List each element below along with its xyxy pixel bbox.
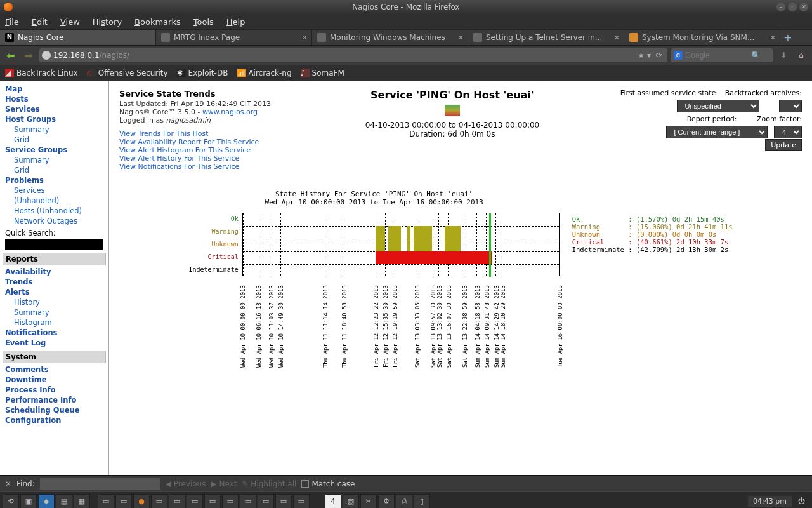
taskbar-window[interactable]: ▭ bbox=[258, 494, 274, 509]
sidebar-link[interactable]: Alerts bbox=[5, 287, 103, 297]
nagios-org-link[interactable]: www.nagios.org bbox=[202, 108, 258, 116]
sidebar-link[interactable]: Notifications bbox=[5, 328, 103, 338]
match-case-checkbox[interactable]: Match case bbox=[301, 479, 355, 488]
close-icon[interactable]: ✕ bbox=[770, 34, 776, 42]
report-link[interactable]: View Notifications For This Service bbox=[119, 163, 284, 171]
taskbar-tray-icon[interactable]: ⎙ bbox=[396, 494, 412, 509]
back-button[interactable]: ⬅ bbox=[4, 48, 18, 62]
sidebar-link[interactable]: Comments bbox=[5, 364, 103, 375]
update-button[interactable]: Update bbox=[765, 139, 802, 151]
sidebar-link[interactable]: Services bbox=[5, 104, 103, 114]
taskbar-window[interactable]: ▭ bbox=[293, 494, 310, 509]
sidebar-link[interactable]: Summary bbox=[5, 124, 103, 135]
menu-file[interactable]: File bbox=[5, 17, 19, 27]
search-bar[interactable]: g 🔍 bbox=[671, 48, 773, 62]
sidebar-link[interactable]: Map bbox=[5, 84, 103, 94]
taskbar-window[interactable]: ▭ bbox=[98, 494, 114, 509]
close-icon[interactable]: ✕ bbox=[458, 34, 464, 42]
dropdown-icon[interactable]: ▾ bbox=[647, 51, 651, 60]
bookmark-aircrack[interactable]: 📶Aircrack-ng bbox=[237, 69, 291, 77]
taskbar-app-icon[interactable]: ▦ bbox=[74, 494, 90, 509]
taskbar-tray-icon[interactable]: ▯ bbox=[414, 494, 430, 509]
tab-monitoring-windows[interactable]: Monitoring Windows Machines✕ bbox=[312, 30, 468, 45]
sidebar-link[interactable]: Hosts (Unhandled) bbox=[5, 206, 103, 216]
sidebar-link[interactable]: Service Groups bbox=[5, 145, 103, 155]
close-icon[interactable]: ✕ bbox=[302, 34, 308, 42]
reload-icon[interactable]: ⟳ bbox=[656, 51, 662, 60]
menu-help[interactable]: Help bbox=[226, 17, 246, 27]
taskbar-tray-icon[interactable]: ⏻ bbox=[793, 494, 809, 509]
taskbar-tray-icon[interactable]: ✂ bbox=[360, 494, 377, 509]
site-identity-icon[interactable] bbox=[42, 51, 51, 60]
sidebar-link[interactable]: Services bbox=[5, 185, 103, 196]
menu-bookmarks[interactable]: Bookmarks bbox=[134, 17, 181, 27]
assumed-state-select[interactable]: Unspecified bbox=[677, 100, 759, 112]
close-window-button[interactable]: ✕ bbox=[799, 3, 808, 11]
bookmark-star-icon[interactable]: ★ bbox=[638, 51, 645, 60]
tab-mrtg[interactable]: MRTG Index Page✕ bbox=[156, 30, 312, 45]
menu-edit[interactable]: Edit bbox=[32, 17, 48, 27]
sidebar-link[interactable]: Scheduling Queue bbox=[5, 405, 103, 415]
menu-history[interactable]: History bbox=[93, 17, 122, 27]
report-link[interactable]: View Availability Report For This Servic… bbox=[119, 138, 284, 146]
sidebar-link[interactable]: Process Info bbox=[5, 385, 103, 395]
bookmark-exploit-db[interactable]: ✱Exploit-DB bbox=[177, 69, 228, 77]
bookmark-offensive-security[interactable]: ⎋Offensive Security bbox=[87, 69, 168, 77]
quick-search-input[interactable] bbox=[5, 239, 103, 250]
sidebar-link[interactable]: Performance Info bbox=[5, 395, 103, 405]
backtracked-select[interactable]: 4 bbox=[779, 100, 802, 112]
taskbar-terminal-icon[interactable]: ▣ bbox=[20, 494, 37, 509]
taskbar-window[interactable]: ▭ bbox=[222, 494, 239, 509]
sidebar-link[interactable]: Trends bbox=[5, 277, 103, 287]
highlight-all-button[interactable]: ✎ Highlight all bbox=[242, 479, 296, 488]
sidebar-link[interactable]: Event Log bbox=[5, 338, 103, 348]
sidebar-link[interactable]: Summary bbox=[5, 155, 103, 165]
search-input[interactable] bbox=[685, 51, 749, 60]
close-findbar-icon[interactable]: ✕ bbox=[5, 479, 11, 488]
minimize-button[interactable]: – bbox=[776, 3, 785, 11]
taskbar-window[interactable]: ▭ bbox=[115, 494, 132, 509]
menu-view[interactable]: View bbox=[60, 17, 80, 27]
report-link[interactable]: View Alert History For This Service bbox=[119, 154, 284, 163]
sidebar-link[interactable]: Grid bbox=[5, 165, 103, 175]
find-previous-button[interactable]: ◀ Previous bbox=[166, 479, 206, 488]
tab-nagios-core[interactable]: NNagios Core bbox=[0, 30, 156, 45]
sidebar-link[interactable]: Problems bbox=[5, 175, 103, 185]
sidebar-link[interactable]: (Unhandled) bbox=[5, 196, 103, 206]
new-tab-button[interactable]: + bbox=[780, 30, 796, 45]
tab-telnet[interactable]: Setting Up a Telnet Server in...✕ bbox=[468, 30, 624, 45]
home-button[interactable]: ⌂ bbox=[794, 48, 808, 62]
maximize-button[interactable]: ◦ bbox=[788, 3, 797, 11]
taskbar-app-icon[interactable]: ◆ bbox=[38, 494, 55, 509]
find-input[interactable] bbox=[40, 478, 160, 490]
taskbar-tray-icon[interactable]: ⚙ bbox=[378, 494, 395, 509]
forward-button[interactable]: ➡ bbox=[22, 48, 36, 62]
report-link[interactable]: View Trends For This Host bbox=[119, 130, 284, 138]
close-icon[interactable]: ✕ bbox=[614, 34, 620, 42]
report-period-select[interactable]: [ Current time range ] bbox=[666, 126, 768, 138]
sidebar-link[interactable]: History bbox=[5, 297, 103, 307]
sidebar-link[interactable]: Downtime bbox=[5, 375, 103, 385]
search-icon[interactable]: 🔍 bbox=[751, 51, 761, 60]
zoom-select[interactable]: 4 bbox=[774, 126, 802, 138]
taskbar-window[interactable]: ▭ bbox=[187, 494, 203, 509]
taskbar-window[interactable]: ▭ bbox=[240, 494, 256, 509]
sidebar-link[interactable]: Grid bbox=[5, 135, 103, 145]
sidebar-link[interactable]: Summary bbox=[5, 307, 103, 318]
sidebar-link[interactable]: Configuration bbox=[5, 415, 103, 425]
menu-tools[interactable]: Tools bbox=[193, 17, 214, 27]
timeline-plot[interactable] bbox=[242, 213, 560, 276]
bookmark-backtrack[interactable]: ◢BackTrack Linux bbox=[5, 69, 78, 77]
taskbar-window[interactable]: ▭ bbox=[169, 494, 185, 509]
sidebar-link[interactable]: Network Outages bbox=[5, 216, 103, 226]
taskbar-clock[interactable]: 04:43 pm bbox=[748, 496, 792, 507]
start-menu-icon[interactable]: ⟲ bbox=[3, 494, 19, 509]
taskbar-tray-icon[interactable]: ▧ bbox=[343, 494, 359, 509]
downloads-button[interactable]: ⬇ bbox=[776, 48, 790, 62]
taskbar-window[interactable]: ▭ bbox=[151, 494, 167, 509]
report-link[interactable]: View Alert Histogram For This Service bbox=[119, 146, 284, 154]
workspace-indicator[interactable]: 4 bbox=[325, 494, 341, 509]
tab-snmp[interactable]: System Monitoring Via SNM...✕ bbox=[624, 30, 780, 45]
taskbar-firefox-icon[interactable]: ● bbox=[133, 494, 150, 509]
url-bar[interactable]: 192.168.0.1/nagios/ ★ ▾ ⟳ bbox=[39, 48, 667, 62]
